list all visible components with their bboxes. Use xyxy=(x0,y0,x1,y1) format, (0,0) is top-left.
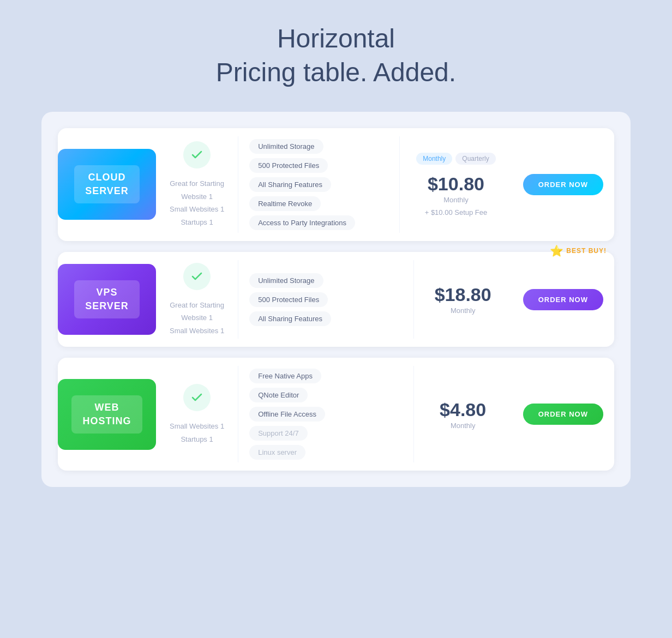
billing-toggle[interactable]: MonthlyQuarterly xyxy=(416,153,495,165)
feature-tag: Free Native Apps xyxy=(249,369,321,383)
plan-left-web: WEB HOSTING xyxy=(58,379,156,450)
plan-pricing-cloud: MonthlyQuarterly$10.80Monthly+ $10.00 Se… xyxy=(400,142,512,227)
price-amount: $18.80 xyxy=(435,284,491,305)
plan-check-web: Small Websites 1Startups 1 xyxy=(156,373,238,455)
plan-desc-line: Startups 1 xyxy=(181,434,213,445)
plan-desc-line: Small Websites 1 xyxy=(170,204,224,215)
plan-desc-line: Startups 1 xyxy=(181,217,213,228)
price-period: Monthly xyxy=(443,196,469,204)
plan-name-cloud: CLOUD SERVER xyxy=(74,165,140,203)
plan-desc-line: Great for Starting xyxy=(170,300,224,311)
plan-desc-line: Small Websites 1 xyxy=(170,326,224,336)
plan-check-cloud: Great for StartingWebsite 1Small Website… xyxy=(156,130,238,238)
best-buy-badge: ⭐BEST BUY! xyxy=(550,244,607,257)
plan-left-cloud: CLOUD SERVER xyxy=(58,149,156,220)
feature-tag: Unlimited Storage xyxy=(249,273,323,288)
billing-btn-quarterly[interactable]: Quarterly xyxy=(455,153,495,165)
price-amount: $4.80 xyxy=(440,399,486,420)
plan-desc-line: Small Websites 1 xyxy=(170,421,224,432)
plan-pricing-vps: $18.80Monthly xyxy=(414,273,512,326)
feature-tag: Realtime Revoke xyxy=(249,196,321,211)
order-btn-vps[interactable]: ORDER NOW xyxy=(523,289,603,310)
feature-tag: Linux server xyxy=(249,445,305,460)
plan-features-cloud: Unlimited Storage500 Protected FilesAll … xyxy=(238,128,399,241)
plan-desc-vps: Great for StartingWebsite 1Small Website… xyxy=(170,300,224,336)
plan-pricing-web: $4.80Monthly xyxy=(414,388,512,441)
feature-tag: Offline File Access xyxy=(249,407,325,422)
plan-desc-line: Website 1 xyxy=(181,312,213,323)
price-period: Monthly xyxy=(451,306,476,315)
order-btn-web[interactable]: ORDER NOW xyxy=(523,404,603,425)
feature-tag: All Sharing Features xyxy=(249,177,331,192)
price-amount: $10.80 xyxy=(428,173,484,195)
feature-tag: Unlimited Storage xyxy=(249,139,323,154)
check-icon xyxy=(183,263,211,290)
feature-tag: Access to Party Integrations xyxy=(249,215,355,230)
plan-desc-web: Small Websites 1Startups 1 xyxy=(170,421,224,444)
plan-features-vps: Unlimited Storage500 Protected FilesAll … xyxy=(238,262,413,337)
plan-name-web: WEB HOSTING xyxy=(71,395,142,434)
feature-tag: 500 Protected Files xyxy=(249,158,328,173)
feature-tag: Support 24/7 xyxy=(249,426,307,441)
plan-desc-line: Great for Starting xyxy=(170,178,224,189)
plan-desc-cloud: Great for StartingWebsite 1Small Website… xyxy=(170,178,224,227)
plan-card-web: WEB HOSTINGSmall Websites 1Startups 1Fre… xyxy=(58,358,614,471)
plan-left-vps: VPS SERVER xyxy=(58,264,156,335)
plan-features-web: Free Native AppsQNote EditorOffline File… xyxy=(238,358,413,471)
plan-card-vps: ⭐BEST BUY!VPS SERVERGreat for StartingWe… xyxy=(58,252,614,347)
star-icon: ⭐ xyxy=(550,244,564,257)
check-icon xyxy=(183,384,211,411)
feature-tag: All Sharing Features xyxy=(249,311,331,326)
feature-tag: 500 Protected Files xyxy=(249,292,328,307)
plan-name-vps: VPS SERVER xyxy=(74,280,140,318)
billing-btn-monthly[interactable]: Monthly xyxy=(416,153,452,165)
price-period: Monthly xyxy=(451,422,476,430)
plan-check-vps: Great for StartingWebsite 1Small Website… xyxy=(156,252,238,347)
plan-desc-line: Website 1 xyxy=(181,191,213,202)
pricing-container: CLOUD SERVERGreat for StartingWebsite 1S… xyxy=(41,112,631,487)
setup-fee: + $10.00 Setup Fee xyxy=(425,208,488,216)
plan-card-cloud: CLOUD SERVERGreat for StartingWebsite 1S… xyxy=(58,128,614,241)
feature-tag: QNote Editor xyxy=(249,388,308,402)
check-icon xyxy=(183,141,211,168)
order-btn-cloud[interactable]: ORDER NOW xyxy=(523,174,603,195)
page-title: Horizontal Pricing table. Added. xyxy=(216,22,456,90)
